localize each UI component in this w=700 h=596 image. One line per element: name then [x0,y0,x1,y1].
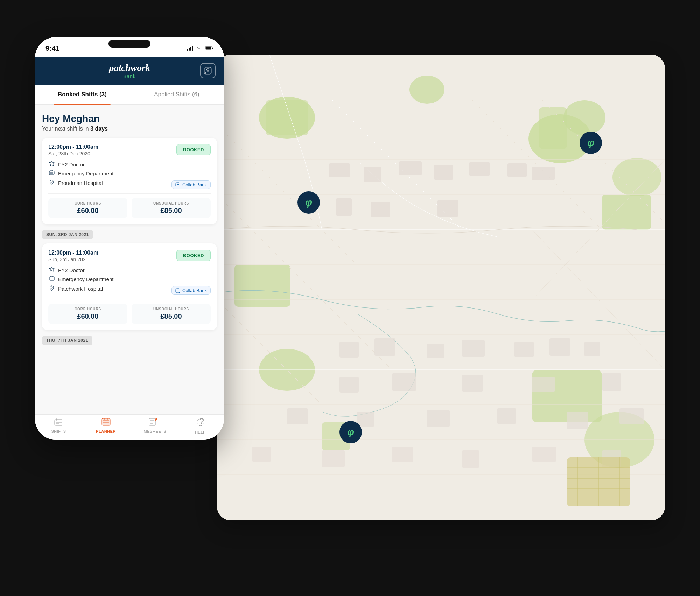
location-icon [48,180,55,187]
planner-nav-icon [102,418,111,428]
shift-1-unsocial-hours: UNSOCIAL HOURS £85.00 [132,198,211,218]
svg-text:+: + [177,182,180,187]
shift-card-1[interactable]: 12:00pm - 11:00am Sat, 28th Dec 2020 BOO… [42,138,217,224]
svg-rect-55 [374,338,396,356]
svg-text:0: 0 [155,418,158,423]
svg-rect-92 [206,47,211,50]
shift-1-loc-row: Proudman Hospital [48,180,103,187]
svg-rect-71 [620,408,644,424]
nav-timesheets[interactable]: 0 TIMESHEETS [130,418,177,434]
shift-2-date: Sun, 3rd Jan 2021 [48,257,98,262]
svg-rect-67 [357,412,374,427]
tab-booked-shifts[interactable]: Booked Shifts (3) [35,85,130,104]
svg-rect-62 [392,373,416,391]
map-pin-3[interactable]: φ [340,421,362,443]
svg-rect-3 [539,107,567,149]
shift-card-2-header: 12:00pm - 11:00am Sun, 3rd Jan 2021 BOOK… [48,250,211,262]
date-divider-2: THU, 7TH JAN 2021 [42,336,92,345]
svg-rect-88 [189,48,190,51]
tabs: Booked Shifts (3) Applied Shifts (6) [35,85,224,105]
nav-help[interactable]: ? HELP [177,418,224,434]
svg-rect-46 [399,161,422,175]
svg-rect-50 [371,202,390,217]
svg-rect-72 [252,447,271,462]
shift-1-time: 12:00pm - 11:00am [48,144,98,150]
shift-1-role-row: FY2 Doctor [48,161,211,168]
svg-rect-89 [190,47,191,51]
shift-2-hours: CORE HOURS £60.00 UNSOCIAL HOURS £85.00 [48,299,211,324]
content-area: Hey Meghan Your next shift is in 3 days … [35,105,224,414]
svg-rect-44 [329,163,350,177]
shift-1-status: BOOKED [176,144,211,155]
svg-rect-65 [602,373,621,391]
svg-rect-49 [336,198,352,216]
logo-text: ρatchwork [109,62,150,74]
svg-rect-75 [462,450,479,468]
shift-2-role: FY2 Doctor [58,267,85,273]
shift-2-role-row: FY2 Doctor [48,266,211,273]
svg-rect-73 [322,450,345,467]
greeting-section: Hey Meghan Your next shift is in 3 days [42,112,217,138]
signal-icon [187,46,193,51]
planner-nav-label: PLANNER [96,429,116,434]
svg-rect-47 [434,165,453,180]
tab-applied-shifts[interactable]: Applied Shifts (6) [130,85,224,104]
shift-1-dept-row: Emergency Department [48,170,211,177]
shifts-nav-label: SHIFTS [51,429,66,434]
scene: φ φ φ 9:41 [35,27,665,569]
wifi-icon [196,46,202,51]
map-pin-1[interactable]: φ [298,191,320,214]
shift-card-2[interactable]: 12:00pm - 11:00am Sun, 3rd Jan 2021 BOOK… [42,243,217,330]
svg-rect-57 [462,340,485,357]
greeting-name: Hey Meghan [42,113,217,124]
nav-planner[interactable]: PLANNER [82,418,130,434]
nav-shifts[interactable]: SHIFTS [35,418,82,434]
shift-2-dept: Emergency Department [58,276,113,282]
status-icons [187,46,214,51]
svg-rect-48 [469,162,490,176]
role-icon-2 [48,266,55,273]
svg-rect-60 [584,342,600,356]
shift-2-core-hours: CORE HOURS £60.00 [48,304,127,324]
shift-1-date: Sat, 28th Dec 2020 [48,151,98,157]
timesheets-nav-icon: 0 [149,418,158,428]
date-divider-1: SUN, 3RD JAN 2021 [42,230,93,239]
shift-1-role: FY2 Doctor [58,161,85,167]
svg-rect-51 [438,200,458,217]
svg-rect-58 [514,342,534,357]
svg-rect-66 [287,408,308,424]
battery-icon [205,46,214,51]
shift-2-status: BOOKED [176,250,211,261]
svg-rect-45 [364,167,382,182]
dept-icon-2 [48,276,55,283]
svg-rect-74 [392,447,413,462]
svg-rect-87 [187,49,188,51]
greeting-subtitle: Your next shift is in 3 days [42,126,217,132]
shift-card-1-header: 12:00pm - 11:00am Sat, 28th Dec 2020 BOO… [48,144,211,157]
svg-rect-96 [49,171,54,175]
bottom-nav: SHIFTS [35,414,224,440]
svg-point-2 [564,100,606,135]
timesheets-badge-wrapper: 0 [149,418,158,428]
shift-2-bank: + Collab Bank [172,286,211,295]
shift-1-dept: Emergency Department [58,171,113,176]
svg-rect-59 [550,338,570,356]
map-pin-2[interactable]: φ [580,132,602,154]
profile-icon-button[interactable] [200,63,216,78]
svg-rect-70 [567,412,588,429]
svg-rect-69 [497,408,516,424]
map-background: φ φ φ [217,55,665,520]
shift-2-unsocial-hours: UNSOCIAL HOURS £85.00 [132,304,211,324]
shift-1-bank: + Collab Bank [172,180,211,189]
shift-1-core-hours: CORE HOURS £60.00 [48,198,127,218]
svg-rect-113 [102,418,110,425]
phone: 9:41 [35,27,231,569]
shift-2-location: Patchwork Hospital [58,286,103,292]
help-nav-label: HELP [195,430,206,434]
role-icon [48,161,55,168]
svg-rect-102 [49,277,54,280]
help-nav-icon: ? [196,418,205,429]
svg-rect-53 [532,167,555,180]
svg-point-105 [51,287,52,288]
svg-rect-68 [427,410,450,427]
